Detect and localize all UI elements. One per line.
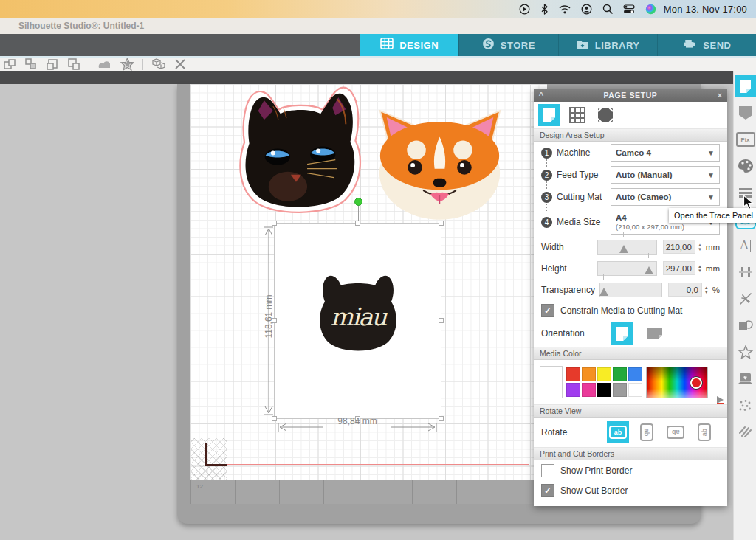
sketch-dots-panel-icon[interactable] (735, 394, 756, 416)
portrait-page-icon (616, 326, 628, 342)
color-picker-handle[interactable] (690, 377, 702, 389)
height-slider[interactable] (597, 261, 657, 276)
siri-icon[interactable] (645, 4, 656, 15)
selection-handle[interactable] (439, 318, 444, 323)
non-printable-hatch (191, 438, 227, 480)
color-swatch[interactable] (597, 367, 611, 381)
show-print-border-checkbox[interactable] (541, 464, 554, 477)
user-account-icon[interactable] (581, 4, 592, 15)
tab-send[interactable]: SEND (657, 34, 756, 56)
3d-box-icon[interactable] (151, 58, 166, 71)
constrain-media-checkbox[interactable]: ✓ (541, 304, 554, 317)
color-swatch[interactable] (566, 367, 580, 381)
more-colors-arrow-icon[interactable] (717, 396, 724, 404)
transparency-stepper[interactable]: ▲▼ (704, 285, 709, 294)
tab-design[interactable]: DESIGN (360, 34, 458, 56)
cutting-mat-label: Cutting Mat (557, 192, 611, 202)
color-swatch[interactable] (613, 383, 627, 397)
transparency-value[interactable]: 0,0 (668, 283, 702, 297)
rainbow-color-picker[interactable] (646, 367, 707, 398)
width-row: Width 210,00 ▲▼ mm (534, 236, 727, 257)
panel-header: ^ PAGE SETUP × (534, 89, 727, 102)
send-backward-icon[interactable] (67, 58, 80, 71)
rotate-label: Rotate (541, 427, 600, 437)
style-star-panel-icon[interactable] (735, 341, 756, 363)
current-color-swatch[interactable] (540, 366, 563, 398)
width-value[interactable]: 210,00 (663, 240, 695, 254)
paste-in-front-icon[interactable] (3, 58, 16, 71)
selection-handle[interactable] (439, 416, 444, 421)
weld-icon[interactable] (97, 58, 112, 70)
white-color-column[interactable] (712, 367, 721, 398)
height-label: Height (541, 263, 597, 274)
portrait-orientation-button[interactable] (611, 322, 633, 345)
machine-row: 1 Machine Cameo 4 ▼ (534, 142, 727, 164)
cat-silhouette-design[interactable]: miau (310, 271, 406, 359)
cutting-mat-panel-icon[interactable] (735, 102, 756, 124)
page-canvas[interactable]: miau 118,61 mm 98,84 mm (190, 84, 547, 480)
bring-forward-icon[interactable] (46, 58, 59, 71)
transform-panel-icon[interactable] (735, 261, 756, 283)
selection-handle[interactable] (272, 221, 277, 226)
spotlight-search-icon[interactable] (602, 4, 613, 14)
color-swatch[interactable] (597, 383, 611, 397)
close-panel-icon[interactable]: × (712, 91, 727, 100)
offset-panel-icon[interactable] (735, 288, 756, 310)
selected-object[interactable]: miau (274, 223, 441, 419)
feed-type-row: 2 Feed Type Auto (Manual) ▼ (534, 164, 727, 186)
text-style-panel-icon[interactable]: A (735, 235, 756, 257)
wifi-icon[interactable] (559, 4, 571, 14)
color-swatch[interactable] (582, 383, 596, 397)
selection-handle[interactable] (272, 416, 277, 421)
tab-library[interactable]: LIBRARY (558, 34, 657, 56)
color-swatch[interactable] (582, 367, 596, 381)
duplicate-icon[interactable] (24, 58, 38, 71)
machine-select[interactable]: Cameo 4 ▼ (611, 144, 720, 162)
rotate-180-button[interactable]: ab (664, 421, 687, 443)
media-color-block (534, 360, 727, 404)
selection-handle[interactable] (355, 221, 360, 226)
landscape-orientation-button[interactable] (643, 322, 665, 345)
registration-corner-mark (205, 443, 207, 466)
bluetooth-icon[interactable] (540, 4, 549, 15)
rotate-handle-stem (358, 205, 359, 222)
height-row: Height 297,00 ▲▼ mm (534, 257, 727, 279)
page-setup-panel-icon[interactable] (735, 75, 756, 97)
rotate-0-button[interactable]: ab (607, 421, 629, 443)
favorite-star-icon[interactable] (120, 58, 134, 71)
delete-x-icon[interactable] (174, 58, 186, 70)
tab-store[interactable]: STORE (458, 34, 557, 56)
black-cat-sticker[interactable] (224, 86, 373, 224)
music-play-icon[interactable] (519, 4, 530, 15)
width-stepper[interactable]: ▲▼ (698, 243, 702, 252)
menu-bar-clock[interactable]: Mon 13. Nov 17:00 (664, 4, 747, 15)
window-title: Silhouette Studio®: Untitled-1 (18, 21, 144, 31)
grid-settings-tab[interactable] (566, 104, 588, 126)
rotate-handle[interactable] (354, 198, 362, 206)
rotate-270-button[interactable]: ab (693, 421, 715, 443)
rotate-90-button[interactable]: ab (636, 421, 658, 443)
height-value[interactable]: 297,00 (663, 261, 695, 275)
color-palette-panel-icon[interactable] (735, 155, 756, 177)
check-icon: ✓ (544, 305, 551, 316)
collapse-panel-icon[interactable]: ^ (534, 91, 549, 100)
color-swatch[interactable] (613, 367, 627, 381)
cutting-mat-select[interactable]: Auto (Cameo) ▼ (611, 188, 720, 206)
control-center-icon[interactable] (623, 4, 635, 14)
color-swatch[interactable] (566, 383, 580, 397)
color-swatch[interactable] (628, 367, 642, 381)
feed-type-select[interactable]: Auto (Manual) ▼ (611, 166, 720, 184)
transparency-slider[interactable] (599, 283, 662, 297)
send-to-device-panel-icon[interactable] (735, 367, 756, 390)
pixscan-panel-icon[interactable]: Pix (735, 128, 756, 150)
show-cut-border-checkbox[interactable]: ✓ (541, 484, 554, 497)
width-slider[interactable] (597, 240, 657, 255)
shiba-dog-sticker[interactable] (373, 104, 507, 225)
color-swatch[interactable] (628, 383, 642, 397)
hatch-fill-panel-icon[interactable] (735, 420, 756, 443)
selection-handle[interactable] (439, 221, 444, 226)
registration-marks-tab[interactable] (594, 104, 616, 126)
modify-panel-icon[interactable] (735, 314, 756, 336)
page-setup-tab[interactable] (538, 104, 560, 126)
height-stepper[interactable]: ▲▼ (698, 264, 702, 273)
